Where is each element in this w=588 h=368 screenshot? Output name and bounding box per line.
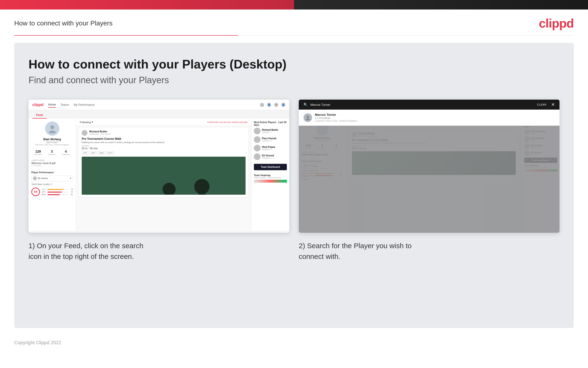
main-content: How to connect with your Players (Deskto… (14, 43, 574, 328)
player-name-1: Richard Butler (262, 129, 278, 131)
tag-app: APP (90, 151, 97, 155)
heatmap-sub: Player Quality · 20 Round Trend (254, 177, 287, 179)
search-bar: 🔍 Marcus Turner CLEAR ✕ (299, 100, 560, 110)
activity-name: Afternoon round of golf (31, 162, 73, 165)
activity-subtitle: Yesterday · The Grove (89, 133, 111, 135)
result-name: Marcus Turner (315, 113, 357, 117)
nav-teams[interactable]: Teams (61, 102, 69, 107)
result-info: Marcus Turner 1.5 Handicap Cypress Point… (315, 113, 357, 122)
ott-bar-row: OTT 79 (42, 188, 73, 190)
followers-label: Followers (48, 153, 56, 156)
footer-text: Copyright Clippd 2022 (14, 340, 61, 345)
clear-button[interactable]: CLEAR (537, 103, 546, 106)
mini-left-panel: Blair McHarg Golf Coach Mill Ride Golf C… (28, 119, 76, 231)
svg-point-1 (49, 130, 56, 133)
nav-my-performance[interactable]: My Performance (74, 102, 95, 107)
heatmap-bar (254, 180, 287, 183)
performance-bars: OTT 79 APP 70 (42, 188, 73, 196)
activity-duration: 02 hr : 00 min (82, 147, 246, 150)
activity-card: Richard Butler Yesterday · The Grove Pre… (79, 128, 248, 197)
profile-name: Blair McHarg (31, 138, 73, 141)
stat-activities: 129 Activities (35, 149, 42, 156)
heatmap-labels: -5 +5 (254, 183, 287, 184)
arg-bar-row: ARG 61 (42, 193, 73, 196)
following-label: Following (62, 153, 70, 156)
caption-1: 1) On your Feed, click on the searchicon… (28, 240, 289, 262)
activities-count: 129 (35, 149, 42, 153)
result-avatar (304, 113, 312, 122)
control-link[interactable]: Control who can see your activity and da… (207, 121, 247, 123)
app-bar-row: APP 70 (42, 191, 73, 193)
score-circle: 84 (31, 188, 40, 196)
svg-point-13 (307, 116, 309, 118)
mini-body-1: Blair McHarg Golf Coach Mill Ride Golf C… (28, 119, 289, 231)
player-acts-3: Activities: 3 (262, 148, 275, 150)
search-magnifier-icon: 🔍 (304, 103, 307, 107)
user-icon[interactable]: 👤 (267, 103, 271, 107)
svg-point-0 (50, 125, 54, 129)
feed-tab[interactable]: Feed (32, 112, 46, 119)
player-name-2: Piers Parnell (262, 137, 276, 140)
search-result[interactable]: Marcus Turner 1.5 Handicap Cypress Point… (299, 110, 560, 126)
column-2: clippd Home Teams My Performance 🔍 👤 ⚙ 👤… (299, 100, 560, 262)
latest-label: Latest Activity (31, 159, 73, 161)
footer: Copyright Clippd 2022 (0, 335, 588, 350)
team-dashboard-button[interactable]: Team Dashboard (254, 164, 287, 170)
player-acts-1: Activities: 7 (262, 131, 278, 133)
heatmap-title: Team Heatmap (254, 174, 287, 177)
page-title: How to connect with your Players (14, 19, 113, 27)
columns: clippd Home Teams My Performance 🔍 👤 ⚙ 👤… (28, 100, 560, 262)
player-performance-section: Player Performance Eli Vincent ▾ Total P… (31, 169, 73, 196)
activity-photo (82, 157, 246, 195)
mini-logo-1: clippd (32, 103, 44, 107)
nav-home[interactable]: Home (48, 102, 56, 108)
close-search-icon[interactable]: ✕ (551, 102, 555, 107)
main-subtitle: Find and connect with your Players (28, 75, 560, 85)
main-title: How to connect with your Players (Deskto… (28, 57, 560, 71)
player-avatar-3 (254, 145, 261, 151)
profile-stats: 129 Activities 3 Followers 4 Following (31, 148, 73, 157)
activity-tags: OTT APP ARG PUTT (82, 151, 246, 155)
profile-image (45, 121, 59, 136)
settings-icon[interactable]: ⚙ (274, 103, 278, 107)
player-selector-avatar (33, 176, 37, 180)
logo: clippd (539, 16, 574, 30)
search-icon[interactable]: 🔍 (260, 103, 264, 107)
activity-avatar (82, 130, 88, 136)
result-location: Cypress Point Club, United Kingdom (315, 119, 357, 122)
player-name-3: Hiral Pujara (262, 146, 275, 148)
profile-club: Mill Ride Golf Club, United Kingdom (31, 144, 73, 146)
activity-date: 27 Jul 2022 (31, 165, 73, 167)
header-divider (14, 35, 574, 36)
screenshot-2: clippd Home Teams My Performance 🔍 👤 ⚙ 👤… (299, 100, 560, 233)
player-acts-2: Activities: 4 (262, 140, 276, 142)
avatar-icon[interactable]: 👤 (281, 103, 285, 107)
search-overlay: 🔍 Marcus Turner CLEAR ✕ Marcus Turner 1.… (299, 100, 560, 126)
profile-role: Golf Coach (31, 141, 73, 144)
following-bar: Following ▾ Control who can see your act… (76, 119, 251, 126)
tpq-label: Total Player Quality ⓘ (31, 183, 73, 186)
header: How to connect with your Players clippd (0, 9, 588, 35)
mini-right-panel: Most Active Players - Last 30 days Richa… (251, 119, 289, 231)
stat-followers: 3 Followers (48, 149, 56, 156)
mini-center-panel: Following ▾ Control who can see your act… (76, 119, 251, 231)
top-bar (0, 0, 588, 9)
mini-nav-1: clippd Home Teams My Performance 🔍 👤 ⚙ 👤 (28, 100, 289, 110)
activity-desc: Walking the course with my coach to buil… (82, 141, 246, 144)
result-handicap: 1.5 Handicap (315, 117, 357, 119)
player-item-3: Hiral Pujara Activities: 3 (254, 145, 287, 151)
player-selector[interactable]: Eli Vincent ▾ (31, 175, 73, 181)
player-item-1: Richard Butler Activities: 7 (254, 128, 287, 134)
followers-count: 3 (48, 149, 56, 153)
chevron-down-icon: ▾ (70, 177, 71, 179)
player-perf-title: Player Performance (31, 171, 73, 174)
player-avatar-1 (254, 128, 261, 134)
activities-label: Activities (35, 153, 42, 156)
following-button[interactable]: Following ▾ (80, 120, 93, 124)
activity-duration-label: Duration (82, 145, 246, 147)
nav-icons: 🔍 👤 ⚙ 👤 (260, 103, 285, 107)
search-query-display[interactable]: Marcus Turner (310, 103, 534, 107)
active-players-title: Most Active Players - Last 30 days (254, 121, 287, 126)
player-avatar-2 (254, 136, 261, 143)
tag-ott: OTT (82, 151, 89, 155)
